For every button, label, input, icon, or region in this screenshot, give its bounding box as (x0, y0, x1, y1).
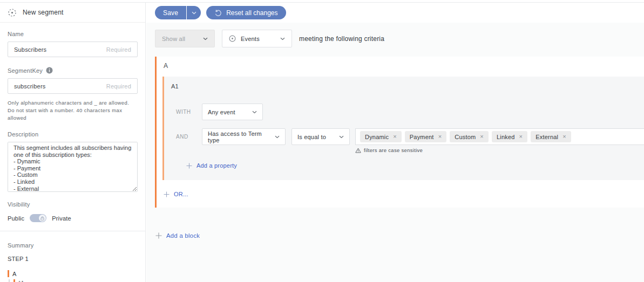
block-a-label: A (157, 57, 644, 70)
save-split-button: Save (155, 6, 201, 19)
add-or-label: OR... (174, 191, 188, 197)
description-textarea[interactable]: This segment includes all subscribers ha… (8, 142, 138, 192)
criteria-content: Show all Events (146, 23, 644, 282)
filter-tag: Linked × (492, 131, 527, 142)
segment-key-required-hint: Required (106, 83, 131, 90)
summary-condition-a1-item[interactable]: A1 (8, 279, 138, 282)
visibility-toggle-knob (39, 215, 46, 222)
name-input[interactable]: Subscribers Required (8, 42, 138, 57)
segment-key-help-text: Only alphanumeric characters and _ are a… (8, 99, 138, 122)
add-or-button[interactable]: OR... (164, 191, 188, 197)
summary-condition-a1-bar (13, 279, 15, 282)
main-area: Save Reset all changes Show all (146, 3, 644, 282)
save-options-button[interactable] (187, 6, 201, 19)
filter-tag: Payment × (405, 131, 446, 142)
plus-icon (164, 191, 170, 197)
page-title: New segment (23, 9, 64, 16)
plus-icon (186, 163, 192, 169)
visitors-select[interactable]: Show all (155, 30, 215, 47)
event-select-value: Any event (208, 109, 235, 115)
tag-label: Payment (410, 134, 434, 140)
visibility-public-label: Public (8, 215, 24, 222)
filter-values-input[interactable]: Dynamic × Payment × Custom × (355, 128, 644, 145)
segment-key-input-value: subscribers (14, 83, 45, 90)
chevron-down-icon (192, 11, 196, 15)
add-property-button[interactable]: Add a property (186, 162, 237, 169)
scope-select[interactable]: Events (222, 30, 292, 47)
summary-block-a-bar (8, 270, 9, 277)
and-connector-label: AND (176, 134, 200, 140)
filter-tag: Dynamic × (360, 131, 402, 142)
description-label: Description (8, 131, 138, 137)
tag-remove-icon[interactable]: × (393, 134, 397, 140)
add-property-label: Add a property (196, 162, 237, 169)
summary-title: Summary (8, 242, 138, 249)
scope-select-value: Events (241, 36, 260, 42)
tag-label: Linked (497, 134, 515, 140)
visitors-select-value: Show all (162, 36, 185, 42)
tag-label: Custom (455, 134, 476, 140)
tag-remove-icon[interactable]: × (438, 134, 442, 140)
sidebar-header: New segment (0, 3, 145, 23)
reset-undo-icon (214, 9, 222, 17)
visibility-toggle[interactable] (30, 214, 46, 222)
segment-key-label-row: SegmentKey (8, 67, 138, 74)
summary-step-label: STEP 1 (8, 256, 138, 262)
segment-block-a: A A1 WITH Any event AND (155, 57, 644, 208)
tag-remove-icon[interactable]: × (519, 134, 523, 140)
filter-tag: External × (531, 131, 571, 142)
with-condition-row: WITH Any event (164, 104, 644, 120)
and-condition-row: AND Has access to Term type Is equal to (164, 128, 644, 145)
summary-block-a-label: A (12, 271, 17, 277)
visibility-private-label: Private (52, 215, 71, 222)
tag-remove-icon[interactable]: × (480, 134, 484, 140)
chevron-down-icon (203, 37, 208, 40)
warning-triangle-icon (355, 148, 361, 153)
tag-label: Dynamic (365, 134, 389, 140)
events-target-icon (229, 35, 236, 42)
save-button[interactable]: Save (155, 6, 186, 19)
sidebar-body: Name Subscribers Required SegmentKey sub… (0, 23, 145, 282)
property-select-value: Has access to Term type (208, 130, 275, 143)
group-a1-label: A1 (164, 77, 644, 90)
criteria-bar: Show all Events (155, 30, 644, 47)
plus-icon (155, 232, 162, 239)
warning-text: filters are case sensitive (364, 147, 423, 153)
lock-icon (40, 216, 44, 221)
operator-select[interactable]: Is equal to (292, 128, 350, 145)
filter-tag: Custom × (450, 131, 489, 142)
operator-select-value: Is equal to (297, 134, 326, 140)
summary-condition-a1-label: A1 (18, 280, 24, 282)
reset-button-label: Reset all changes (226, 9, 277, 17)
tag-label: External (535, 134, 558, 140)
add-block-label: Add a block (166, 232, 200, 239)
condition-group-a1: A1 WITH Any event AND Has a (162, 77, 644, 180)
info-icon[interactable] (46, 67, 53, 74)
summary-condition-a1-guide (9, 279, 10, 282)
segment-key-input[interactable]: subscribers Required (8, 78, 138, 94)
criteria-suffix-text: meeting the following criteria (299, 35, 384, 43)
chevron-down-icon (339, 135, 344, 139)
with-connector-label: WITH (176, 109, 200, 115)
case-sensitive-warning: filters are case sensitive (164, 147, 644, 153)
segment-editor-app: New segment Name Subscribers Required Se… (0, 0, 644, 282)
visibility-row: Public Private (8, 214, 138, 222)
sidebar-divider (0, 231, 145, 231)
reset-all-changes-button[interactable]: Reset all changes (206, 6, 286, 19)
toolbar: Save Reset all changes (146, 3, 644, 23)
name-required-hint: Required (106, 46, 131, 53)
name-label: Name (8, 31, 138, 37)
summary-block-a-item[interactable]: A (8, 270, 138, 277)
chevron-down-icon (252, 111, 257, 114)
chevron-down-icon (280, 37, 285, 40)
segment-key-label: SegmentKey (8, 67, 43, 74)
chevron-down-icon (275, 135, 280, 139)
event-select[interactable]: Any event (202, 104, 263, 120)
segment-target-icon (8, 8, 17, 17)
add-block-button[interactable]: Add a block (155, 232, 200, 239)
tag-remove-icon[interactable]: × (562, 134, 566, 140)
name-input-value: Subscribers (14, 46, 46, 53)
sidebar: New segment Name Subscribers Required Se… (0, 3, 146, 282)
property-select[interactable]: Has access to Term type (202, 128, 286, 145)
visibility-label: Visibility (8, 201, 138, 208)
